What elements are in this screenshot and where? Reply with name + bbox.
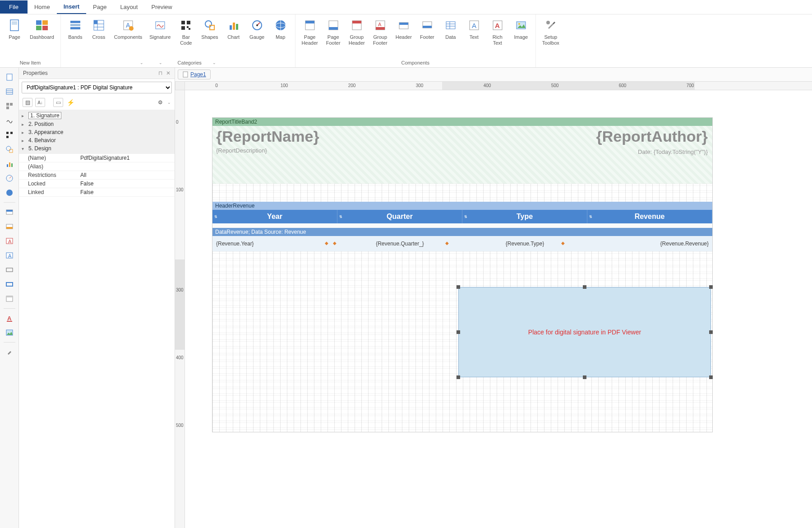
data-band-header[interactable]: DataRevenue; Data Source: Revenue [212,228,712,236]
prop-row-restrictions[interactable]: RestrictionsAll [19,171,175,180]
prop-row-linked[interactable]: LinkedFalse [19,188,175,197]
tool-text-b-icon[interactable]: A [2,249,17,262]
ribbon-bands-button[interactable]: Bands [64,16,87,59]
chevron-down-icon[interactable]: ⌄ [140,60,143,65]
resize-handle-se[interactable] [709,375,713,379]
cat-signature[interactable]: 1. Signature [22,111,172,120]
ribbon-chart-button[interactable]: Chart [222,16,245,59]
sort-az-icon[interactable]: A↓ [35,98,45,107]
tab-file[interactable]: File [0,0,28,14]
ribbon-richtext-button[interactable]: ARich Text [486,16,509,59]
ribbon-header-button[interactable]: Header [392,16,415,59]
pin-icon[interactable]: ⊓ [158,70,162,76]
tool-gauge-icon[interactable] [2,171,17,185]
cat-position[interactable]: 2. Position [22,120,172,128]
tool-globe-icon[interactable] [2,186,17,199]
ribbon-setup-button[interactable]: Setup Toolbox [539,16,563,65]
rect-tool-icon[interactable]: ▭ [53,98,63,107]
tool-signature-icon[interactable] [2,114,17,127]
cat-appearance[interactable]: 3. Appearance [22,128,172,136]
field-revenue[interactable]: {Revenue.Revenue} [587,236,712,251]
close-icon[interactable]: ✕ [166,70,171,76]
col-quarter[interactable]: ⇅Quarter [337,210,462,223]
ribbon-data-button[interactable]: Data [439,16,462,59]
ribbon-gauge-button[interactable]: Gauge [245,16,269,59]
tab-preview[interactable]: Preview [144,0,179,14]
prop-row-locked[interactable]: LockedFalse [19,180,175,188]
col-revenue[interactable]: ⇅Revenue [587,210,712,223]
tool-rect1-icon[interactable] [2,263,17,277]
resize-handle-w[interactable] [457,330,460,334]
tool-shape-icon[interactable] [2,143,17,156]
tool-rect2-icon[interactable] [2,278,17,291]
resize-handle-e[interactable] [709,330,713,334]
resize-handle-s[interactable] [583,375,586,379]
footer-icon [420,18,434,32]
ribbon-pagefooter-button[interactable]: Page Footer [322,16,345,59]
prop-row-name[interactable]: (Name)PdfDigitalSignature1 [19,154,175,162]
tool-page-icon[interactable] [2,70,17,84]
ribbon-map-button[interactable]: Map [269,16,292,59]
pdf-signature-component[interactable]: Place for digital signature in PDF Viewe… [458,287,711,377]
tool-wrench-icon[interactable] [2,345,17,359]
report-desc-field[interactable]: {ReportDescription} [216,147,709,154]
field-quarter[interactable]: ◆{Revenue.Quarter_}◆ [337,236,462,251]
ribbon-image-button[interactable]: Image [509,16,533,59]
tool-text-a-icon[interactable]: A [2,234,17,248]
report-date-field[interactable]: Date: {Today.ToString("Y")} [638,148,708,155]
tab-home[interactable]: Home [28,0,57,14]
ribbon-cross-button[interactable]: Cross [87,16,111,59]
ribbon-page-button[interactable]: Page [3,16,26,59]
categorize-icon[interactable]: ▤ [23,98,32,107]
col-year[interactable]: ⇅Year [212,210,337,223]
ribbon-groupheader-button[interactable]: Group Header [345,16,369,59]
tool-panel-icon[interactable] [2,292,17,306]
ribbon-dashboard-button[interactable]: Dashboard [26,16,58,59]
tool-text-red-icon[interactable]: A [2,311,17,325]
component-selector[interactable]: PdfDigitalSignature1 : PDF Digital Signa… [22,82,172,93]
ribbon-pageheader-button[interactable]: Page Header [298,16,322,59]
tool-band2-icon[interactable] [2,220,17,233]
tab-page[interactable]: Page [86,0,113,14]
title-band-header[interactable]: ReportTitleBand2 [212,118,712,126]
ribbon-text-button[interactable]: AText [462,16,486,59]
tool-image-icon[interactable] [2,326,17,339]
ribbon-barcode-button[interactable]: Bar Code [174,16,198,59]
svg-point-24 [205,21,212,27]
resize-handle-ne[interactable] [709,285,713,289]
tool-table-icon[interactable] [2,85,17,98]
chevron-down-icon[interactable]: ⌄ [212,60,216,65]
gear-icon[interactable]: ⚙ [156,98,165,107]
field-type[interactable]: {Revenue.Type}◆ [462,236,587,251]
cat-design[interactable]: 5. Design [22,144,172,153]
design-surface[interactable]: ReportTitleBand2 {ReportName} {ReportAut… [185,90,812,528]
vertical-ruler[interactable]: 0 100 300 400 500 [175,90,185,528]
tool-qr-icon[interactable] [2,128,17,142]
events-icon[interactable]: ⚡ [66,98,75,107]
ribbon-signature-button[interactable]: Signature [146,16,174,59]
col-type[interactable]: ⇅Type [462,210,587,223]
horizontal-ruler[interactable]: 0 100 200 300 400 500 600 700 [185,81,812,90]
tab-layout[interactable]: Layout [113,0,144,14]
resize-handle-sw[interactable] [457,375,460,379]
tool-chart-icon[interactable] [2,157,17,171]
ribbon-footer-button[interactable]: Footer [415,16,439,59]
page-tab[interactable]: Page1 [178,69,211,79]
header-band-header[interactable]: HeaderRevenue [212,202,712,210]
tool-grid-icon[interactable] [2,99,17,113]
field-year[interactable]: {Revenue.Year}◆ [212,236,337,251]
tool-band1-icon[interactable] [2,205,17,219]
data-row: {Revenue.Year}◆ ◆{Revenue.Quarter_}◆ {Re… [212,236,712,251]
prop-row-alias[interactable]: (Alias) [19,162,175,171]
report-author-field[interactable]: {ReportAuthor} [596,128,708,145]
chevron-down-icon[interactable]: ⌄ [167,100,171,105]
chevron-down-icon[interactable]: ⌄ [159,60,162,65]
cat-behavior[interactable]: 4. Behavior [22,136,172,144]
title-band-body[interactable]: {ReportName} {ReportAuthor} {ReportDescr… [212,126,712,184]
resize-handle-nw[interactable] [457,285,460,289]
ribbon-shapes-button[interactable]: Shapes [198,16,221,59]
ribbon-groupfooter-button[interactable]: AGroup Footer [369,16,392,59]
tab-insert[interactable]: Insert [57,0,86,14]
resize-handle-n[interactable] [583,285,586,289]
ribbon-components-button[interactable]: A Components [111,16,146,59]
